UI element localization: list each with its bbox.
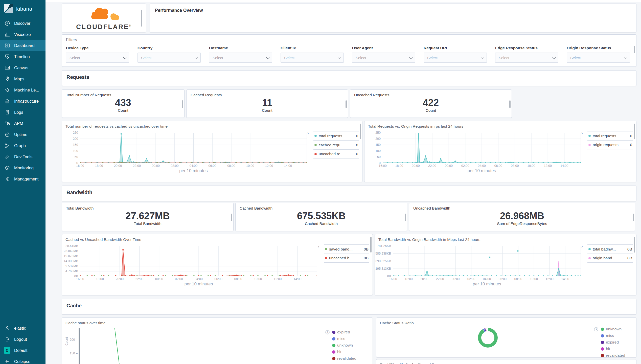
metric-unit: Count [354,108,508,113]
sidebar-item-dashboard[interactable]: Dashboard [0,40,45,51]
performance-overview-panel: Performance Overview [150,4,636,32]
edge-response-status-select[interactable]: Select... [495,53,558,63]
sidebar-item-apm[interactable]: APM [0,118,45,129]
device-type-select[interactable]: Select... [66,53,129,63]
x-axis-tick: 14:00 [561,277,569,281]
x-axis-tick: 06:00 [494,164,502,168]
legend-item-expired[interactable]: expired [601,339,625,346]
sidebar-item-logs[interactable]: Logs [0,107,45,118]
sidebar-item-logout[interactable]: Logout [0,334,45,345]
legend-toggle-icon[interactable]: › [581,131,583,136]
select-placeholder: Select... [284,56,298,60]
legend-toggle-icon[interactable]: ❯ [325,330,330,334]
origin-response-status-select[interactable]: Select... [567,53,630,63]
legend-item-total-requests[interactable]: total requests 0 [313,131,359,140]
scrollbar-thumb[interactable] [346,100,347,108]
legend-item-total-badnw[interactable]: total badnw... 0B [587,244,633,254]
y-axis-tick: 390.625KB [375,259,391,263]
scrollbar-thumb[interactable] [360,124,361,139]
legend-value: 0B [627,256,633,260]
y-axis: 781.25KB585.938KB390.625KB195.313KB0B [378,246,393,276]
legend-toggle-icon[interactable]: › [318,244,319,249]
legend-item-uncached-b[interactable]: uncached b... 0B [324,254,369,263]
legend-item-miss[interactable]: miss [332,335,369,342]
sidebar-item-default[interactable]: DDefault [0,345,45,356]
sidebar-item-visualize[interactable]: Visualize [0,29,45,40]
legend-item-saved-band[interactable]: saved band... 0B [324,244,369,254]
scrollbar-thumb[interactable] [633,214,634,221]
scrollbar-thumb[interactable] [231,214,232,221]
hostname-select[interactable]: Select... [209,53,272,63]
scrollbar-thumb[interactable] [634,124,635,139]
scrollbar-thumb[interactable] [370,237,372,253]
request-uri-select[interactable]: Select... [424,53,487,63]
legend-item-hit[interactable]: hit [332,349,369,355]
metric-title: Total Number of Requests [66,93,180,97]
x-axis: 16:0018:0020:0022:0000:0002:0004:0006:00… [383,163,581,168]
user-agent-select[interactable]: Select... [352,53,415,63]
legend-item-uncached-re[interactable]: uncached re... 0 [313,149,359,158]
legend-item-total-requests[interactable]: total requests 0 [587,131,633,140]
country-select[interactable]: Select... [138,53,201,63]
x-axis-tick: 12:00 [544,164,552,168]
y-axis-tick: 9.537MB [65,264,78,268]
sidebar-item-uptime[interactable]: Uptime [0,129,45,140]
chart-legend: ❯ expired miss unknown hit revalidated [324,328,369,364]
filter-label: User Agent [352,46,415,50]
sidebar-item-graph[interactable]: Graph [0,140,45,151]
scrollbar-thumb[interactable] [182,100,183,108]
sidebar-item-maps[interactable]: Maps [0,73,45,84]
scrollbar-thumb[interactable] [509,100,511,108]
legend-item-unknown[interactable]: ❯ unknown [601,326,625,332]
legend-dot-icon [325,248,327,250]
legend-toggle-icon[interactable]: › [581,244,583,249]
legend-toggle-icon[interactable]: ❯ [594,327,598,331]
sidebar-item-discover[interactable]: Discover [0,18,45,29]
chart-panel-bandwidth-over-time: Cached vs Uncached Bandwidth Over Time 2… [62,234,373,295]
metric-cached-bandwidth: Cached Bandwidth 675.535KB Cached Bandwi… [235,203,407,231]
metric-cached-requests: Cached Requests 11 Count [186,89,348,118]
scrollbar-thumb[interactable] [405,214,406,221]
section-title: Bandwidth [66,190,632,195]
metric-title: Total Bandwidth [66,206,229,211]
sidebar-item-management[interactable]: Management [0,173,45,185]
x-axis-tick: 06:00 [214,277,222,281]
scrollbar-thumb[interactable] [141,10,142,27]
legend-item-unknown[interactable]: unknown [332,342,369,349]
legend-item-hit[interactable]: hit [601,346,625,352]
legend-toggle-icon[interactable]: › [307,131,309,136]
sidebar-item-canvas[interactable]: Canvas [0,62,45,73]
legend-item-origin-band[interactable]: origin band... 0B [587,254,633,263]
filters-panel: Filters Device Type Select... Country Se… [62,34,636,67]
legend-item-miss[interactable]: miss [601,332,625,339]
sidebar-item-collapse[interactable]: Collapse [0,356,45,364]
legend-dot-icon [325,257,327,259]
legend-item-revalidated[interactable]: revalidated [332,355,369,362]
sidebar-item-monitoring[interactable]: Monitoring [0,162,45,173]
sidebar-item-dev-tools[interactable]: Dev Tools [0,151,45,162]
legend-item-expired[interactable]: ❯ expired [332,329,369,335]
x-axis-tick: 00:00 [152,164,159,168]
legend-item-cached-requ[interactable]: cached requ... 0 [313,140,359,149]
legend-item-revalidated[interactable]: revalidated [601,352,625,357]
chart-canvas [80,133,307,163]
client-ip-select[interactable]: Select... [281,53,344,63]
heartbeat-icon [4,165,10,171]
x-axis-tick: 12:00 [265,164,273,168]
sidebar-item-infrastructure[interactable]: Infrastructure [0,96,45,107]
legend-label: total requests [319,134,342,138]
sidebar-item-machine-le[interactable]: Machine Le... [0,84,45,96]
legend-item-origin-requests[interactable]: origin requests 0 [587,140,633,149]
chart-title: Total Bandwidth vs Origin Bandwidth in M… [378,237,633,242]
scrollbar-thumb[interactable] [634,237,635,253]
sidebar-item-elastic[interactable]: elastic [0,323,45,334]
x-axis-tick: 22:00 [428,164,436,168]
kibana-logo[interactable]: kibana [0,0,45,18]
filter-origin-response-status: Origin Response Status Select... [567,46,630,63]
donut-chart[interactable] [478,328,498,348]
scrollbar-thumb[interactable] [634,46,635,53]
x-axis-tick: 22:00 [135,277,143,281]
sidebar-item-timelion[interactable]: Timelion [0,51,45,62]
plot-column: 16:0018:0020:0022:0000:0002:0004:0006:00… [80,246,317,287]
legend-label: cached requ... [319,143,344,147]
